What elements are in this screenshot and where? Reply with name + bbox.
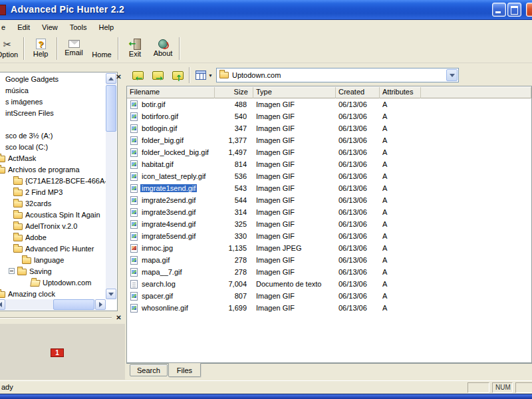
- tree-item[interactable]: Adobe: [0, 231, 106, 243]
- tree-panel-close-icon[interactable]: ✕: [114, 72, 123, 81]
- option-icon: ✂: [3, 39, 12, 50]
- filename-cell: whosonline.gif: [127, 304, 215, 313]
- tree-item[interactable]: Archivos de programa: [0, 164, 106, 175]
- address-dropdown-button[interactable]: [446, 69, 458, 81]
- tree-item[interactable]: Google Gadgets: [0, 73, 106, 84]
- tree-vertical-scrollbar[interactable]: [106, 73, 116, 299]
- filename: imgrate4send.gif: [140, 220, 197, 228]
- tree-item-label: Amazing clock: [5, 290, 55, 298]
- tree-item[interactable]: intScreen Files: [0, 107, 106, 118]
- about-button[interactable]: About: [149, 35, 177, 62]
- type-cell: Imagen GIF: [253, 148, 336, 156]
- file-row[interactable]: inmoc.jpg1,135Imagen JPEG06/13/06A: [127, 242, 531, 254]
- tree-item[interactable]: Amazing clock: [0, 288, 106, 299]
- created-cell: 06/13/06: [336, 136, 380, 144]
- tree-item[interactable]: 32cards: [0, 198, 106, 209]
- minimize-button[interactable]: [492, 3, 506, 17]
- file-row[interactable]: imgrate2send.gif544Imagen GIF06/13/06A: [127, 194, 531, 206]
- address-value: Uptodown.com: [232, 71, 446, 79]
- file-row[interactable]: mapa__7.gif278Imagen GIF06/13/06A: [127, 266, 531, 278]
- menu-item-View[interactable]: View: [36, 22, 64, 33]
- tree-item[interactable]: Uptodown.com: [0, 277, 106, 288]
- file-row[interactable]: whosonline.gif1,699Imagen GIF06/13/06A: [127, 302, 531, 314]
- back-button[interactable]: ←: [129, 67, 146, 83]
- maximize-button[interactable]: [507, 3, 521, 17]
- file-row[interactable]: folder_big.gif1,377Imagen GIF06/13/06A: [127, 134, 531, 146]
- filename: inmoc.jpg: [140, 244, 174, 252]
- size-cell: 543: [215, 184, 253, 192]
- tree-item[interactable]: sco local (C:): [0, 141, 106, 152]
- window-title: Advanced Pic Hunter 2.2: [11, 4, 124, 15]
- file-row[interactable]: imgrate4send.gif325Imagen GIF06/13/06A: [127, 218, 531, 230]
- file-row[interactable]: mapa.gif278Imagen GIF06/13/06A: [127, 254, 531, 266]
- views-button[interactable]: ▼: [196, 67, 213, 83]
- horizontal-scroll-thumb[interactable]: [53, 299, 94, 310]
- email-button[interactable]: Email: [60, 35, 88, 62]
- preview-panel-close-icon[interactable]: ✕: [114, 313, 123, 322]
- option-button[interactable]: ✂Option: [0, 35, 21, 62]
- created-cell: 06/13/06: [336, 232, 380, 240]
- tree-item[interactable]: sco de 3½ (A:): [0, 130, 106, 141]
- file-row[interactable]: folder_locked_big.gif1,497Imagen GIF06/1…: [127, 146, 531, 158]
- attr-cell: A: [380, 220, 421, 228]
- scroll-down-button[interactable]: [106, 289, 116, 299]
- file-row[interactable]: search.log7,004Documento de texto06/13/0…: [127, 278, 531, 290]
- vertical-scroll-thumb[interactable]: [106, 85, 116, 132]
- tree-item-label: s imágenes: [3, 98, 43, 106]
- scroll-left-button[interactable]: [0, 299, 5, 310]
- filename-cell: mapa__7.gif: [127, 268, 215, 277]
- tree-horizontal-scrollbar[interactable]: [0, 299, 106, 310]
- column-header-created[interactable]: Created: [336, 86, 380, 98]
- tree-item[interactable]: ActMask: [0, 152, 106, 164]
- file-row[interactable]: imgrate3send.gif314Imagen GIF06/13/06A: [127, 206, 531, 218]
- file-row[interactable]: icon_latest_reply.gif536Imagen GIF06/13/…: [127, 170, 531, 182]
- forward-button[interactable]: →: [149, 67, 166, 83]
- column-header-size[interactable]: Size: [215, 86, 253, 98]
- tree-item[interactable]: música: [0, 84, 106, 96]
- status-text: ady: [1, 383, 13, 391]
- file-row[interactable]: botir.gif488Imagen GIF06/13/06A: [127, 98, 531, 110]
- column-header-filename[interactable]: Filename: [127, 86, 215, 98]
- tree-item[interactable]: {C71AE128-BCFE-466A-96F: [0, 175, 106, 186]
- email-icon: [68, 40, 80, 48]
- file-row[interactable]: spacer.gif807Imagen GIF06/13/06A: [127, 290, 531, 302]
- created-cell: 06/13/06: [336, 100, 380, 108]
- image-file-icon: [130, 292, 138, 301]
- scroll-right-button[interactable]: [95, 299, 106, 310]
- size-cell: 1,135: [215, 244, 253, 252]
- file-list-rows: botir.gif488Imagen GIF06/13/06Abotirforo…: [127, 98, 531, 314]
- exit-button[interactable]: Exit: [121, 35, 149, 62]
- tree-item[interactable]: Advanced Pic Hunter: [0, 243, 106, 254]
- tab-files[interactable]: Files: [168, 363, 201, 377]
- tree-item[interactable]: s imágenes: [0, 96, 106, 107]
- tree-item[interactable]: [0, 118, 106, 130]
- address-combobox[interactable]: Uptodown.com: [216, 68, 459, 82]
- toolbar-separator: [57, 37, 58, 60]
- menu-item-e[interactable]: e: [0, 22, 11, 33]
- file-row[interactable]: imgrate5send.gif330Imagen GIF06/13/06A: [127, 230, 531, 242]
- menu-item-Help[interactable]: Help: [92, 22, 120, 33]
- menu-item-Edit[interactable]: Edit: [11, 22, 36, 33]
- file-row[interactable]: imgrate1send.gif543Imagen GIF06/13/06A: [127, 182, 531, 194]
- tab-search[interactable]: Search: [130, 364, 168, 376]
- filename: imgrate5send.gif: [140, 232, 197, 240]
- file-row[interactable]: botlogin.gif347Imagen GIF06/13/06A: [127, 122, 531, 134]
- help-button[interactable]: Help: [27, 35, 55, 62]
- file-row[interactable]: botirforo.gif540Imagen GIF06/13/06A: [127, 110, 531, 122]
- tree-item[interactable]: language: [0, 254, 106, 265]
- column-header-attributes[interactable]: Attributes: [380, 86, 421, 98]
- up-button[interactable]: ↑: [169, 67, 186, 83]
- filename-cell: folder_big.gif: [127, 136, 215, 145]
- tree-item[interactable]: AdelTronix v.2.0: [0, 220, 106, 231]
- folder-icon: [13, 201, 23, 207]
- tree-item[interactable]: Saving: [0, 265, 106, 277]
- collapse-icon[interactable]: [9, 268, 15, 274]
- column-header-type[interactable]: Type: [253, 86, 336, 98]
- close-button[interactable]: [526, 3, 532, 17]
- tree-item[interactable]: Acoustica Spin It Again: [0, 209, 106, 220]
- home-button[interactable]: Home: [88, 35, 116, 62]
- file-row[interactable]: habitat.gif814Imagen GIF06/13/06A: [127, 158, 531, 170]
- size-cell: 488: [215, 100, 253, 108]
- menu-item-Tools[interactable]: Tools: [64, 22, 93, 33]
- tree-item[interactable]: 2 Find MP3: [0, 186, 106, 198]
